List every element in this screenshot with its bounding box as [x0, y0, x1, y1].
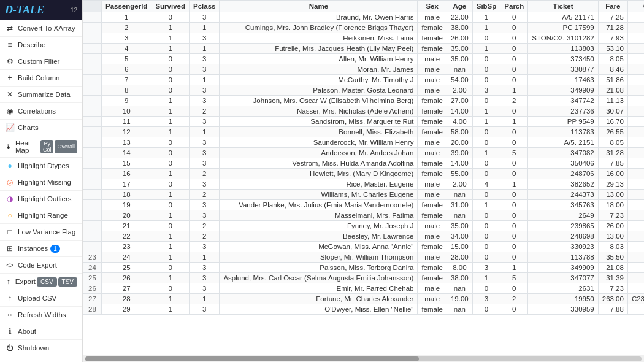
sidebar-item-describe[interactable]: ≡ Describe	[0, 37, 82, 53]
sidebar-item-highlight-outliers[interactable]: ◑ Highlight Outliers	[0, 191, 82, 207]
cell-passengerid: 10	[102, 106, 151, 117]
table-row[interactable]: 20 1 3 Masselmani, Mrs. Fatima female na…	[83, 210, 645, 221]
col-header-cabin[interactable]: Cabin	[627, 1, 644, 12]
summarize-icon: ✕	[5, 90, 15, 99]
heatmap-bycol-button[interactable]: By Col	[40, 140, 54, 153]
heatmap-overall-button[interactable]: Overall	[55, 140, 77, 153]
cell-name: Allen, Mr. William Henry	[220, 54, 418, 64]
table-row[interactable]: 19 0 3 Vander Planke, Mrs. Julius (Emia …	[83, 200, 645, 210]
col-header-age[interactable]: Age	[447, 1, 472, 12]
table-row[interactable]: 17 0 3 Rice, Master. Eugene male 2.00 4 …	[83, 179, 645, 190]
cell-name: Hewlett, Mrs. (Mary D Kingcome)	[220, 169, 418, 179]
sidebar-item-instances[interactable]: ⊞ Instances 1	[0, 241, 82, 257]
cell-passengerid: 2	[102, 23, 151, 33]
cell-survived: 1	[151, 169, 190, 179]
row-number	[83, 231, 102, 242]
table-row[interactable]: 15 0 3 Vestrom, Miss. Hulda Amanda Adolf…	[83, 158, 645, 169]
cell-fare: 31.28	[598, 148, 627, 158]
table-row[interactable]: 8 0 3 Palsson, Master. Gosta Leonard mal…	[83, 85, 645, 96]
cell-parch: 0	[500, 23, 528, 33]
col-header-pclass[interactable]: Pclass	[189, 1, 219, 12]
export-label[interactable]: Export	[15, 278, 36, 285]
cell-name: McGowan, Miss. Anna "Annie"	[220, 242, 418, 252]
sidebar-item-custom-filter[interactable]: ⚙ Custom Filter	[0, 53, 82, 70]
col-header-sex[interactable]: Sex	[418, 1, 447, 12]
cell-age: 55.00	[447, 169, 472, 179]
sidebar-item-label: Custom Filter	[18, 58, 59, 65]
row-number	[83, 210, 102, 221]
cell-ticket: 330923	[528, 242, 598, 252]
sidebar-item-highlight-range[interactable]: ○ Highlight Range	[0, 207, 82, 224]
table-row[interactable]: 9 1 3 Johnson, Mrs. Oscar W (Elisabeth V…	[83, 96, 645, 106]
table-row[interactable]: 27 28 1 1 Fortune, Mr. Charles Alexander…	[83, 294, 645, 304]
col-header-passengerid[interactable]: PassengerId	[102, 1, 151, 12]
table-row[interactable]: 23 24 1 1 Sloper, Mr. William Thompson m…	[83, 252, 645, 263]
table-row[interactable]: 21 0 2 Fynney, Mr. Joseph J male 35.00 0…	[83, 221, 645, 231]
table-row[interactable]: 23 1 3 McGowan, Miss. Anna "Annie" femal…	[83, 242, 645, 252]
cell-sibsp: 1	[472, 200, 500, 210]
cell-sibsp: 0	[472, 54, 500, 64]
table-row[interactable]: 13 0 3 Saundercock, Mr. William Henry ma…	[83, 137, 645, 148]
sidebar-item-low-variance[interactable]: □ Low Variance Flag	[0, 224, 82, 241]
export-tsv-button[interactable]: TSV	[58, 277, 77, 287]
col-header-sibsp[interactable]: SibSp	[472, 1, 500, 12]
table-row[interactable]: 26 27 0 3 Emir, Mr. Farred Chehab male n…	[83, 283, 645, 294]
sidebar-item-highlight-missing[interactable]: ◎ Highlight Missing	[0, 174, 82, 191]
sidebar-item-convert-xarray[interactable]: ⇄ Convert To XArray	[0, 20, 82, 37]
horizontal-scrollbar[interactable]	[83, 355, 644, 362]
table-row[interactable]: 11 1 3 Sandstrom, Miss. Marguerite Rut f…	[83, 117, 645, 127]
table-row[interactable]: 10 1 2 Nasser, Mrs. Nicholas (Adele Ache…	[83, 106, 645, 117]
table-row[interactable]: 4 1 1 Futrelle, Mrs. Jacques Heath (Lily…	[83, 44, 645, 54]
col-header-survived[interactable]: Survived	[151, 1, 190, 12]
sidebar-item-refresh-widths[interactable]: ↔ Refresh Widths	[0, 307, 82, 323]
cell-fare: 71.28	[598, 23, 627, 33]
cell-cabin: D56	[627, 231, 644, 242]
col-header-parch[interactable]: Parch	[500, 1, 528, 12]
cell-passengerid: 21	[102, 221, 151, 231]
table-row[interactable]: 14 0 3 Andersson, Mr. Anders Johan male …	[83, 148, 645, 158]
table-row[interactable]: 28 29 1 3 O'Dwyer, Miss. Ellen "Nellie" …	[83, 304, 645, 315]
table-row[interactable]: 7 0 1 McCarthy, Mr. Timothy J male 54.00…	[83, 75, 645, 85]
heatmap-icon: 🌡	[5, 142, 12, 152]
sidebar-item-heat-map[interactable]: 🌡 Heat Map By Col Overall	[0, 136, 82, 158]
table-row[interactable]: 18 1 2 Williams, Mr. Charles Eugene male…	[83, 190, 645, 200]
cell-sex: male	[418, 148, 447, 158]
cell-name: Masselmani, Mrs. Fatima	[220, 210, 418, 221]
table-row[interactable]: 1 0 3 Braund, Mr. Owen Harris male 22.00…	[83, 12, 645, 23]
cell-passengerid: 7	[102, 75, 151, 85]
sidebar-item-correlations[interactable]: ◉ Correlations	[0, 103, 82, 120]
sidebar-item-code-export[interactable]: <> Code Export	[0, 257, 82, 274]
cell-ticket: 349909	[528, 85, 598, 96]
cell-ticket: 347082	[528, 148, 598, 158]
table-container[interactable]: PassengerId Survived Pclass Name Sex Age…	[83, 0, 644, 355]
cell-ticket: PC 17599	[528, 23, 598, 33]
col-header-ticket[interactable]: Ticket	[528, 1, 598, 12]
cell-ticket: 2649	[528, 210, 598, 221]
table-row[interactable]: 6 0 3 Moran, Mr. James male nan 0 0 3308…	[83, 64, 645, 75]
table-row[interactable]: 24 25 0 3 Palsson, Miss. Torborg Danira …	[83, 263, 645, 273]
cell-fare: 8.46	[598, 64, 627, 75]
col-header-name[interactable]: Name	[220, 1, 418, 12]
sidebar-item-charts[interactable]: 📈 Charts	[0, 120, 82, 136]
table-row[interactable]: 25 26 1 3 Asplund, Mrs. Carl Oscar (Selm…	[83, 273, 645, 283]
table-row[interactable]: 12 1 1 Bonnell, Miss. Elizabeth female 5…	[83, 127, 645, 137]
sidebar-item-shutdown[interactable]: ⏻ Shutdown	[0, 340, 82, 356]
table-row[interactable]: 2 1 1 Cumings, Mrs. John Bradley (Floren…	[83, 23, 645, 33]
table-row[interactable]: 5 0 3 Allen, Mr. William Henry male 35.0…	[83, 54, 645, 64]
table-row[interactable]: 22 1 2 Beesley, Mr. Lawrence male 34.00 …	[83, 231, 645, 242]
sidebar-item-about[interactable]: ℹ About	[0, 323, 82, 340]
cell-ticket: 248706	[528, 169, 598, 179]
table-row[interactable]: 16 1 2 Hewlett, Mrs. (Mary D Kingcome) f…	[83, 169, 645, 179]
cell-passengerid: 1	[102, 12, 151, 23]
col-header-fare[interactable]: Fare	[598, 1, 627, 12]
sidebar-item-build-column[interactable]: + Build Column	[0, 70, 82, 87]
cell-cabin: nan	[627, 304, 644, 315]
export-csv-button[interactable]: CSV	[37, 277, 57, 287]
sidebar-item-upload-csv[interactable]: ↑ Upload CSV	[0, 290, 82, 307]
cell-fare: 29.13	[598, 179, 627, 190]
cell-cabin: nan	[627, 283, 644, 294]
table-row[interactable]: 3 1 3 Heikkinen, Miss. Laina female 26.0…	[83, 33, 645, 44]
cell-ticket: 113788	[528, 252, 598, 263]
sidebar-item-highlight-dtypes[interactable]: ● Highlight Dtypes	[0, 158, 82, 174]
sidebar-item-summarize-data[interactable]: ✕ Summarize Data	[0, 87, 82, 103]
